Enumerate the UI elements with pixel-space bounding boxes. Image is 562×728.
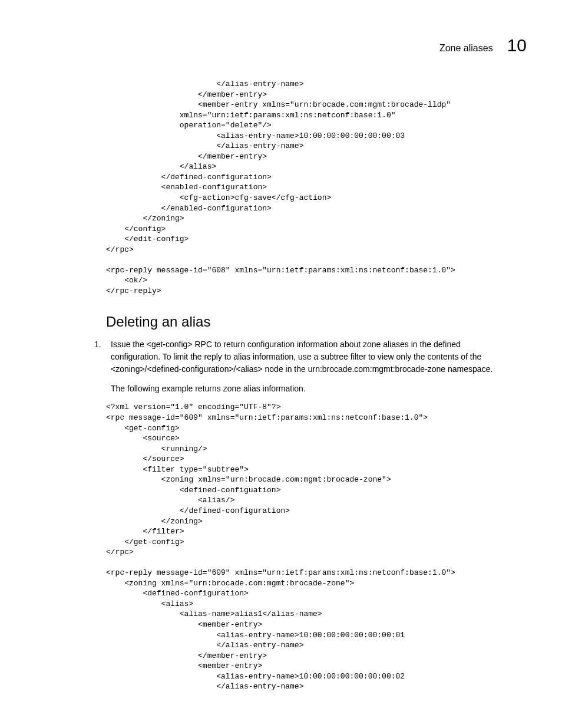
page: Zone aliases 10 </alias-entry-name> </me… (0, 0, 562, 728)
code-block-bottom: <?xml version="1.0" encoding="UTF-8"?> <… (106, 402, 527, 691)
step-1: 1. Issue the <get-config> RPC to return … (94, 338, 503, 383)
section-heading-deleting-alias: Deleting an alias (106, 314, 527, 330)
step-1-followup: The following example returns zone alias… (111, 383, 503, 395)
step-1-text: Issue the <get-config> RPC to return con… (111, 338, 503, 375)
list-marker: 1. (94, 338, 111, 351)
page-header: Zone aliases 10 (35, 35, 527, 55)
code-block-top: </alias-entry-name> </member-entry> <mem… (106, 79, 527, 296)
header-title: Zone aliases (439, 43, 493, 54)
chapter-number: 10 (507, 35, 527, 55)
